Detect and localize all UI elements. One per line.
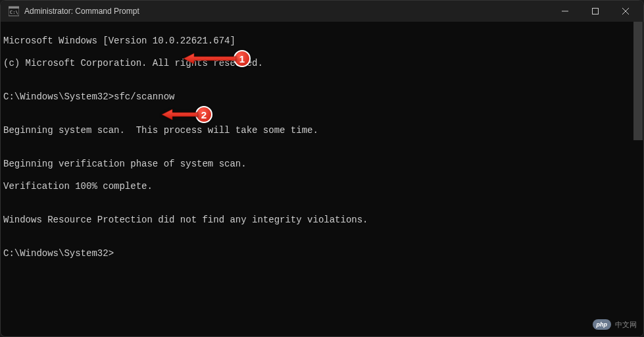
scrollbar-thumb[interactable]: [633, 22, 643, 140]
prompt-command: sfc/scannow: [114, 91, 174, 102]
output-line: Verification 100% complete.: [3, 181, 641, 192]
annotation-arrow-2: 2: [162, 106, 212, 123]
watermark: php 中文网: [593, 319, 637, 330]
output-line: Beginning verification phase of system s…: [3, 159, 641, 170]
svg-rect-4: [593, 9, 599, 14]
prompt-path: C:\Windows\System32>: [3, 248, 114, 259]
output-line: Beginning system scan. This process will…: [3, 125, 641, 136]
svg-text:C:\: C:\: [10, 10, 18, 15]
prompt-line: C:\Windows\System32>sfc/scannow: [3, 91, 641, 103]
command-prompt-window: C:\ Administrator: Command Prompt Micros…: [0, 0, 644, 337]
cmd-icon: C:\: [9, 6, 19, 16]
minimize-button[interactable]: [550, 1, 580, 22]
svg-rect-1: [9, 7, 19, 9]
terminal-output[interactable]: Microsoft Windows [Version 10.0.22621.67…: [1, 22, 643, 336]
svg-marker-8: [162, 109, 198, 120]
annotation-badge-2: 2: [195, 106, 212, 123]
output-line: Windows Resource Protection did not find…: [3, 215, 641, 226]
window-title: Administrator: Command Prompt: [24, 7, 550, 16]
window-controls: [550, 1, 641, 22]
output-line: (c) Microsoft Corporation. All rights re…: [3, 58, 641, 69]
vertical-scrollbar[interactable]: [633, 22, 643, 336]
output-line: Microsoft Windows [Version 10.0.22621.67…: [3, 36, 641, 47]
watermark-logo: php: [593, 319, 612, 330]
close-button[interactable]: [610, 1, 641, 22]
prompt-path: C:\Windows\System32>: [3, 91, 114, 102]
maximize-button[interactable]: [580, 1, 610, 22]
titlebar[interactable]: C:\ Administrator: Command Prompt: [1, 1, 643, 22]
prompt-line: C:\Windows\System32>: [3, 248, 641, 259]
watermark-text: 中文网: [615, 320, 637, 330]
